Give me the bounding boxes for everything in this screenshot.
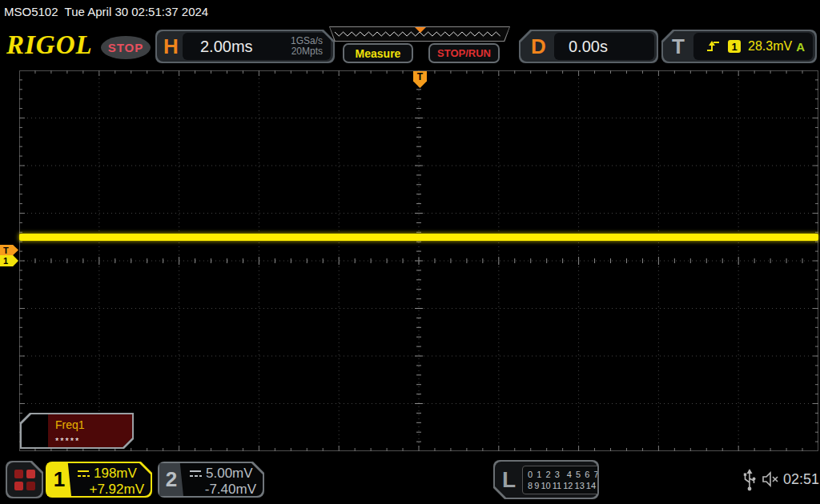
timebase-value: 2.00ms [200, 38, 253, 56]
t-label: T [672, 34, 685, 59]
usb-icon [743, 468, 756, 492]
logic-row-1: 0 1 2 3 4 5 6 7 [528, 469, 607, 480]
channel1-block[interactable]: 1 198mV +7.92mV [46, 462, 152, 498]
menu-grid-icon [14, 470, 35, 490]
oscilloscope-screen: MSO5102 Tue April 30 02:51:37 2024 RIGOL… [0, 0, 820, 504]
ch1-position-marker[interactable]: 1 [0, 255, 18, 266]
logic-row-2: 8 9 10 11 12 13 14 15 [528, 480, 607, 491]
channel2-scale: 5.00mV [206, 466, 253, 482]
trigger-slope-icon [706, 40, 721, 53]
trigger-mode: A [796, 40, 805, 54]
logic-panel[interactable]: L 0 1 2 3 4 5 6 7 8 9 10 11 12 13 14 15 [493, 460, 599, 499]
graticule [19, 70, 818, 451]
trigger-panel[interactable]: T 1 28.3mV A [661, 30, 817, 63]
channel1-scale: 198mV [94, 466, 137, 482]
dc-coupling-icon-ch1 [76, 469, 90, 478]
h-label: H [163, 34, 179, 59]
measurement-box[interactable]: Freq1 ***** [20, 413, 134, 449]
channel2-number: 2 [159, 463, 183, 496]
clock: 02:51 [783, 471, 819, 488]
waveform-overview-bar[interactable] [329, 26, 510, 42]
trigger-source-badge: 1 [728, 40, 741, 53]
logic-label: L [502, 467, 516, 493]
stop-run-button[interactable]: STOP/RUN [428, 43, 500, 63]
menu-button[interactable] [6, 461, 43, 498]
trigger-level-marker[interactable]: T [0, 245, 18, 255]
logic-channel-numbers: 0 1 2 3 4 5 6 7 8 9 10 11 12 13 14 15 [522, 466, 613, 494]
measurement-name: Freq1 [55, 418, 132, 431]
delay-value: 0.00s [569, 38, 608, 56]
trigger-level: 28.3mV [748, 39, 792, 54]
memory-depth: 20Mpts [291, 46, 323, 57]
measure-button[interactable]: Measure [343, 43, 413, 63]
channel2-offset: -7.40mV [188, 482, 256, 498]
delay-panel[interactable]: D 0.00s [519, 30, 658, 63]
window-title: MSO5102 Tue April 30 02:51:37 2024 [4, 5, 208, 18]
acquisition-info: 1GSa/s 20Mpts [291, 36, 323, 57]
trigger-position-triangle [415, 27, 426, 33]
run-state-pill[interactable]: STOP [101, 36, 151, 59]
rigol-logo: RIGOL [6, 30, 93, 60]
measurement-value: ***** [55, 436, 132, 446]
ch1-trace [19, 234, 818, 241]
dc-coupling-icon-ch2 [188, 469, 203, 478]
speaker-muted-icon[interactable] [762, 471, 781, 487]
channel1-number: 1 [47, 463, 71, 496]
channel2-block[interactable]: 2 5.00mV -7.40mV [158, 462, 264, 498]
horizontal-panel[interactable]: H 2.00ms 1GSa/s 20Mpts [155, 30, 335, 63]
d-label: D [531, 34, 546, 59]
channel1-offset: +7.92mV [76, 482, 144, 498]
